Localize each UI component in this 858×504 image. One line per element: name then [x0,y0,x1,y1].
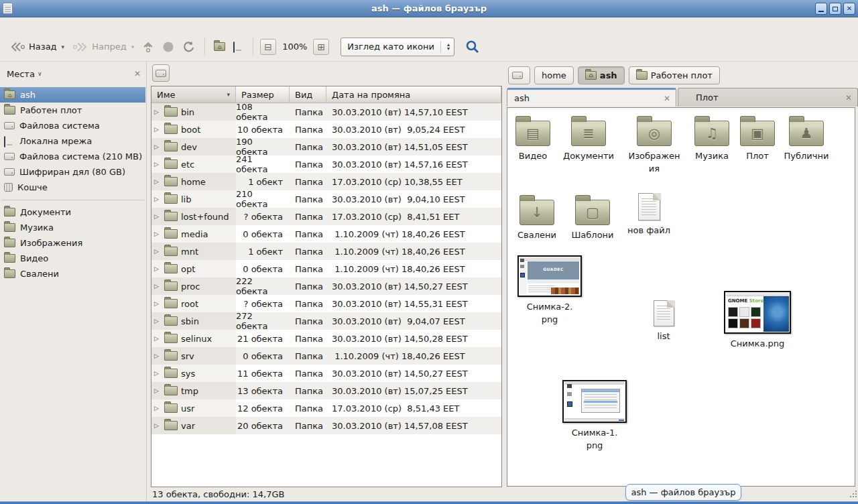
sidebar-item[interactable]: Изображения [0,235,145,251]
breadcrumb-button[interactable]: Работен плот [629,66,720,84]
computer-button[interactable] [229,40,248,54]
table-row[interactable]: ▷ etc 241 обекта Папка 30.03.2010 (вт) 1… [151,155,501,173]
expander-icon[interactable]: ▷ [154,300,161,307]
sidebar-item[interactable]: Музика [0,220,145,235]
grid-item[interactable]: list [632,300,695,343]
table-row[interactable]: ▷ usr 12 обекта Папка 17.03.2010 (ср) 8,… [151,399,501,417]
table-row[interactable]: ▷ lib 210 обекта Папка 30.03.2010 (вт) 9… [151,190,501,208]
grid-item[interactable]: Снимка-1. png [563,380,626,452]
file-modified: 1.10.2009 (чт) 18,40,26 EEST [326,225,501,243]
sidebar-item[interactable]: Шифриран дял (80 GB) [0,164,145,180]
expander-icon[interactable]: ▷ [154,143,161,150]
table-row[interactable]: ▷ sbin 272 обекта Папка 30.03.2010 (вт) … [151,312,501,330]
sidebar-chevron-icon[interactable]: ∨ [38,70,42,77]
breadcrumb-button[interactable]: ⌂ ash [578,66,625,84]
file-name: usr [181,403,194,414]
icon-view[interactable]: ▤ Видео ≣ Документи ◎ Изображен ия ♫ Муз… [507,107,855,487]
table-row[interactable]: ▷ tmp 13 обекта Папка 30.03.2010 (вт) 15… [151,382,501,399]
expander-icon[interactable]: ▷ [154,161,161,168]
resize-grip[interactable] [850,491,857,497]
expander-icon[interactable]: ▷ [154,422,161,429]
table-row[interactable]: ▷ selinux 21 обекта Папка 30.03.2010 (вт… [151,330,501,347]
table-row[interactable]: ▷ srv 0 обекта Папка 1.10.2009 (чт) 18,4… [151,347,501,365]
table-row[interactable]: ▷ proc 222 обекта Папка 30.03.2010 (вт) … [151,277,501,295]
grid-item[interactable]: ▢ Шаблони [561,194,624,242]
expander-icon[interactable]: ▷ [154,353,161,359]
sidebar-close-icon[interactable]: ✕ [134,69,141,78]
sidebar-item[interactable]: Документи [0,204,145,220]
table-row[interactable]: ▷ sys 11 обекта Папка 30.03.2010 (вт) 14… [151,365,501,382]
tab[interactable]: ash ✕ [507,88,676,107]
table-row[interactable]: ▷ dev 190 обекта Папка 30.03.2010 (вт) 1… [151,138,501,155]
expander-icon[interactable]: ▷ [154,405,161,412]
table-row[interactable]: ▷ var 20 обекта Папка 30.03.2010 (вт) 14… [151,417,501,434]
sidebar-title[interactable]: Места [7,69,35,79]
filesystem-root-button[interactable] [152,64,170,82]
sidebar-item[interactable]: Локална мрежа [0,133,145,149]
view-mode-select[interactable]: Изглед като икони ▴▾ [341,38,454,56]
sidebar-item[interactable]: Видео [0,251,145,266]
grid-item[interactable]: ♟ Публични [775,115,838,163]
sidebar-item[interactable]: Кошче [0,180,145,195]
table-row[interactable]: ▷ home 1 обект Папка 17.03.2010 (ср) 10,… [151,173,501,190]
maximize-button[interactable] [829,3,841,15]
expander-icon[interactable]: ▷ [154,248,161,255]
table-row[interactable]: ▷ root ? обекта Папка 30.03.2010 (вт) 14… [151,295,501,312]
grid-item[interactable]: GNOME Store Снимка.png [726,291,789,351]
back-button[interactable]: Назад ▾ [5,39,68,55]
back-dropdown-icon[interactable]: ▾ [62,44,65,50]
forward-button[interactable]: Напред ▾ [68,39,138,55]
expander-icon[interactable]: ▷ [154,318,161,324]
up-button[interactable] [138,38,158,56]
table-row[interactable]: ▷ mnt 1 обект Папка 1.10.2009 (чт) 18,40… [151,243,501,260]
breadcrumb-button[interactable]: home [534,66,574,84]
grid-item[interactable]: GUADEC Снимка-2. png [518,255,581,326]
expander-icon[interactable]: ▷ [154,387,161,394]
expander-icon[interactable]: ▷ [154,283,161,290]
minimize-button[interactable] [815,3,827,15]
file-type: Папка [290,208,326,225]
table-row[interactable]: ▷ bin 108 обекта Папка 30.03.2010 (вт) 1… [151,103,501,121]
expander-icon[interactable]: ▷ [154,213,161,220]
table-row[interactable]: ▷ boot 10 обекта Папка 30.03.2010 (вт) 9… [151,121,501,138]
table-row[interactable]: ▷ media 0 обекта Папка 1.10.2009 (чт) 18… [151,225,501,243]
column-header-type[interactable]: Вид [290,86,326,103]
expander-icon[interactable]: ▷ [154,109,161,115]
sidebar-item[interactable]: Файлова система [0,118,145,133]
sidebar-item[interactable]: ⌂ ash [0,87,145,103]
column-header-size[interactable]: Размер [236,86,290,103]
expander-icon[interactable]: ▷ [154,265,161,272]
file-modified: 1.10.2009 (чт) 18,40,26 EEST [326,260,501,277]
tab-close-icon[interactable]: ✕ [664,94,670,103]
stop-button[interactable] [158,38,178,56]
titlebar[interactable]: ash — файлов браузър ✕ [0,0,858,17]
sidebar-item[interactable]: Свалени [0,266,145,281]
zoom-out-button[interactable]: ⊟ [260,39,276,55]
sidebar-item[interactable]: Файлова система (210 MB) [0,149,145,164]
reload-button[interactable] [178,38,200,56]
expander-icon[interactable]: ▷ [154,370,161,377]
tab[interactable]: Плот ✕ [678,88,858,107]
tab-close-icon[interactable]: ✕ [845,93,852,103]
forward-dropdown-icon[interactable]: ▾ [131,44,135,50]
expander-icon[interactable]: ▷ [154,196,161,202]
table-row[interactable]: ▷ opt 0 обекта Папка 1.10.2009 (чт) 18,4… [151,260,501,277]
expander-icon[interactable]: ▷ [154,178,161,185]
close-button[interactable]: ✕ [843,3,855,15]
grid-item[interactable]: ▤ Видео [507,115,564,163]
grid-item[interactable]: ≣ Документи [557,115,620,163]
table-row[interactable]: ▷ lost+found ? обекта Папка 17.03.2010 (… [151,208,501,225]
expander-icon[interactable]: ▷ [154,231,161,237]
home-button[interactable]: ⌂ [210,40,229,54]
column-header-date[interactable]: Дата на промяна [326,86,501,103]
column-header-name[interactable]: Име ▾ [151,86,236,103]
grid-item[interactable]: ↓ Свалени [507,194,568,242]
sidebar-item[interactable]: Работен плот [0,103,145,118]
search-button[interactable] [461,37,484,57]
expander-icon[interactable]: ▷ [154,335,161,342]
grid-item[interactable]: ◎ Изображен ия [623,115,686,176]
grid-item[interactable]: нов файл [617,193,680,237]
expander-icon[interactable]: ▷ [154,126,161,133]
zoom-in-button[interactable]: ⊞ [313,39,329,55]
breadcrumb-button[interactable] [508,66,530,84]
